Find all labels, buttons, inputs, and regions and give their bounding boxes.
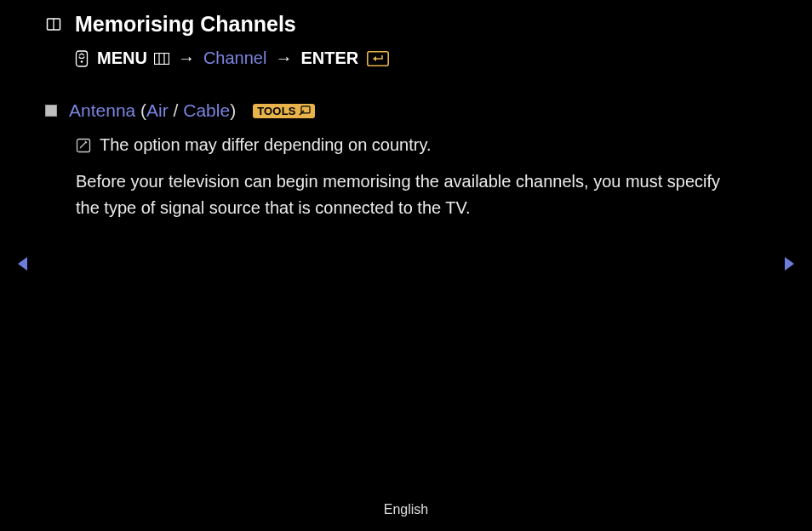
- breadcrumb-enter: ENTER: [300, 49, 358, 68]
- arrow-sep-icon: →: [178, 49, 195, 68]
- prev-page-button[interactable]: [15, 255, 29, 276]
- section-antenna: Antenna (Air / Cable) TOOLS: [45, 100, 315, 121]
- paren-close: ): [230, 100, 236, 120]
- paren-open: (: [135, 100, 146, 120]
- tools-badge: TOOLS: [253, 104, 315, 118]
- arrow-sep-icon: →: [275, 49, 292, 68]
- footer-language: English: [0, 502, 812, 517]
- antenna-label: Antenna: [69, 100, 135, 120]
- svg-rect-3: [154, 53, 169, 64]
- option-separator: /: [169, 100, 184, 120]
- option-cable: Cable: [183, 100, 230, 120]
- tools-popup-icon: [299, 106, 311, 116]
- remote-icon: [75, 50, 89, 67]
- menu-grid-icon: [154, 53, 169, 65]
- square-bullet-icon: [45, 105, 57, 117]
- option-air: Air: [146, 100, 169, 120]
- page-title: Memorising Channels: [75, 12, 296, 37]
- breadcrumb-channel: Channel: [203, 49, 267, 68]
- book-icon: [46, 17, 61, 32]
- breadcrumb-menu: MENU: [97, 49, 147, 68]
- enter-badge-icon: [367, 51, 389, 66]
- antenna-heading: Antenna (Air / Cable): [69, 100, 236, 121]
- note-text: The option may differ depending on count…: [100, 135, 432, 155]
- note-icon: [76, 138, 91, 153]
- svg-rect-8: [77, 139, 90, 151]
- breadcrumb: MENU → Channel → ENTER: [75, 49, 389, 68]
- title-row: Memorising Channels: [46, 12, 296, 37]
- note-row: The option may differ depending on count…: [76, 135, 432, 155]
- svg-point-2: [81, 60, 83, 63]
- body-paragraph: Before your television can begin memoris…: [76, 168, 740, 221]
- tools-label: TOOLS: [257, 105, 296, 117]
- next-page-button[interactable]: [783, 255, 797, 276]
